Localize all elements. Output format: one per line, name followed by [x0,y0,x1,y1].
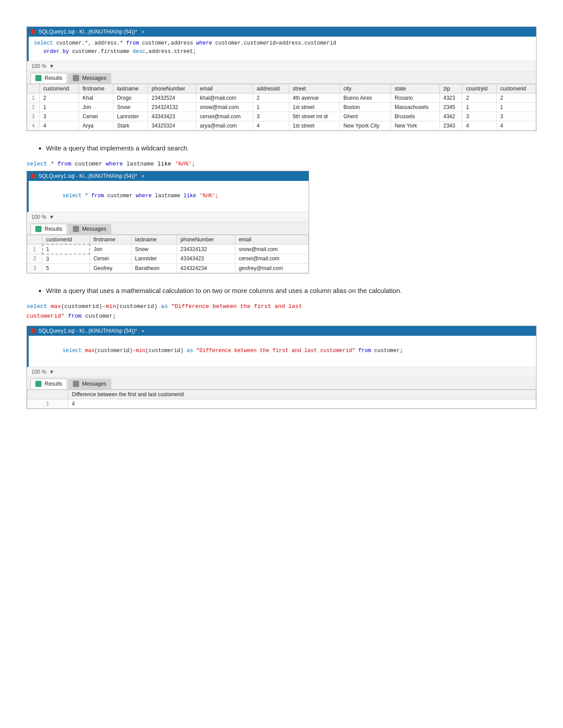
close-icon-2[interactable] [30,173,36,179]
results-label-3: Results [45,381,62,387]
sql-window-3: SQLQuery1.sql - Kl...(KINUTHIA\hp (54))*… [26,326,537,409]
window1-close-x[interactable]: × [141,29,144,34]
code-paren: ( [61,303,64,310]
sql-editor-2[interactable]: select * from customer where lastname li… [27,181,309,212]
window2-close-x[interactable]: × [141,173,144,179]
cell: Cersei [79,112,113,121]
cell: 1st street [289,103,340,112]
code-col1: customerid [64,303,99,310]
window2-tab-label: SQLQuery1.sql - Kl...(KINUTHIA\hp (54))* [38,173,137,179]
cell: 2 [253,94,289,103]
table-container-3: Difference between the first and last cu… [27,390,536,409]
row-num: 1 [27,399,68,408]
col-diff: Difference between the first and last cu… [68,390,536,399]
cell: 43343423 [177,254,235,264]
zoom-arrow-1[interactable]: ▼ [49,63,54,69]
code-table: customer [75,161,106,167]
sql-editor-1[interactable]: select customer.*, address.* from custom… [27,37,536,61]
results-label-2: Results [45,226,62,232]
results-table-3: Difference between the first and last cu… [27,390,536,409]
col-email: email [235,235,308,244]
cell: 1 [253,103,289,112]
window3-close-x[interactable]: × [141,328,144,334]
col-header-customerid2: customerid [496,84,536,94]
messages-tab-3[interactable]: Messages [68,379,111,389]
results-icon-1 [35,75,42,81]
col-firstname: firstname [90,235,131,244]
code-str: '%n%'; [175,161,196,167]
results-table-2: customerid firstname lastname phoneNumbe… [27,235,309,273]
close-icon[interactable] [30,29,36,34]
code-where-kw: where [106,161,123,167]
cell: 234324132 [177,244,235,254]
row-num: 1 [27,94,40,103]
results-tab-1[interactable]: Results [30,73,67,83]
col-header-zip: zip [440,84,462,94]
table-row: 3 5 Geofrey Baratheon 424324234 geofrey@… [27,263,309,273]
messages-tab-2[interactable]: Messages [68,224,111,234]
cell: Massachusets [391,103,439,112]
cell: Rosario [391,94,439,103]
cell: 234324132 [148,103,196,112]
results-tab-2[interactable]: Results [30,224,67,234]
col-header-rownum [27,84,40,94]
sql-window-2: SQLQuery1.sql - Kl...(KINUTHIA\hp (54))*… [26,171,309,274]
code-paren2: ) [99,303,102,310]
sql-line-w3: select max(customerid)-min(customerid) a… [34,338,531,364]
results-tab-3[interactable]: Results [30,379,67,389]
messages-tab-1[interactable]: Messages [68,73,111,83]
cell: cersei@mail.com [235,254,308,264]
row-num: 3 [27,263,42,273]
cell: Geofrey [90,263,131,273]
row-num: 2 [27,254,42,264]
cell: geofrey@mail.com [235,263,308,273]
cell: Baratheon [131,263,177,273]
cell: 34325324 [148,121,196,131]
close-icon-3[interactable] [30,328,36,334]
zoom-arrow-3[interactable]: ▼ [49,369,54,375]
results-table-1: customerid firstname lastname phoneNumbe… [27,84,536,131]
sql-line-w2: select * from customer where lastname li… [34,184,303,209]
cell: 2 [462,94,496,103]
cell: Lannister [113,112,148,121]
col-header-phoneNumber: phoneNumber [148,84,196,94]
cell: Drogo [113,94,148,103]
sql-editor-3[interactable]: select max(customerid)-min(customerid) a… [27,336,536,367]
cell: 4 [253,121,289,131]
cell: 1st street [289,121,340,131]
row-num: 4 [27,121,40,131]
results-icon-2 [35,226,42,232]
sql-line-1: select customer.*, address.* from custom… [34,39,531,48]
code-as: as [161,303,168,310]
window1-tab-label: SQLQuery1.sql - Kl...(KINUTHIA\hp (54))* [38,29,137,35]
cell: 3 [42,254,90,264]
sql-titlebar-1: SQLQuery1.sql - Kl...(KINUTHIA\hp (54))*… [27,27,536,37]
cell: 2 [39,94,79,103]
results-tabs-2: Results Messages [27,222,309,235]
results-icon-3 [35,381,42,387]
col-customerid: customerid [42,235,90,244]
cell: 4 [39,121,79,131]
table-header-row-1: customerid firstname lastname phoneNumbe… [27,84,536,94]
code-select-kw: select [26,161,47,167]
cell: Jon [79,103,113,112]
sql-window-1: SQLQuery1.sql - Kl...(KINUTHIA\hp (54))*… [26,26,537,131]
col-header-city: city [340,84,391,94]
messages-label-1: Messages [82,75,106,81]
bullet-section-1: Write a query that implements a wildcard… [35,143,537,154]
zoom-arrow-2[interactable]: ▼ [49,214,54,220]
table-row: 1 4 [27,399,536,408]
messages-icon-2 [73,226,79,232]
cell: Boston [340,103,391,112]
code-from-kw: from [57,161,71,167]
cell: New Ypork City [340,121,391,131]
cell: 3 [496,112,536,121]
bullet-item-1: Write a query that implements a wildcard… [46,143,537,154]
cell: 2345 [440,103,462,112]
col-header-email: email [196,84,253,94]
results-tabs-1: Results Messages [27,71,536,84]
table-header-row-3: Difference between the first and last cu… [27,390,536,399]
messages-label-3: Messages [82,381,106,387]
cell: 4 [496,121,536,131]
cell: Cersei [90,254,131,264]
